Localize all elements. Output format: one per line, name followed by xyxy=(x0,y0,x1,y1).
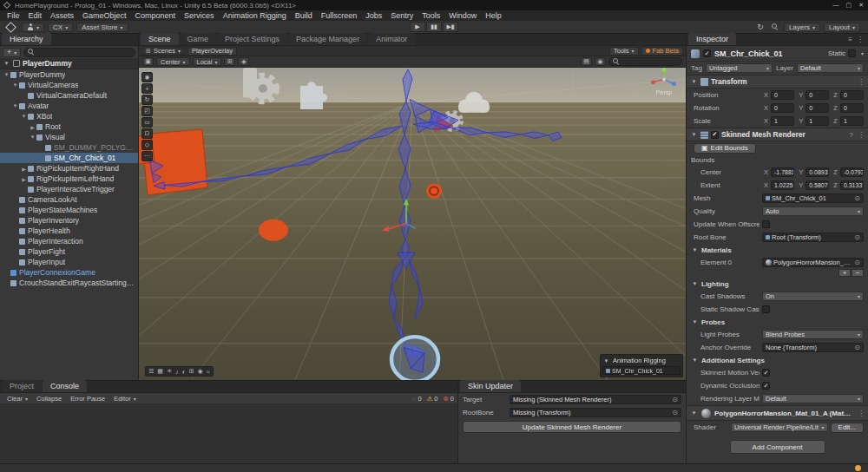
menu-item[interactable]: Animation Rigging xyxy=(219,11,291,20)
y-field[interactable]: 0.0893573 xyxy=(806,167,829,177)
create-object-button[interactable]: +▾ xyxy=(3,48,21,57)
scene-viewport[interactable]: Persp ◉ + ↻ ◰ ▭ ⊡ ◇ ⋯ ☰ ▦ ☀ ♪ ◐ ⊞ ◉ xyxy=(139,68,686,380)
tag-dropdown[interactable]: Untagged▾ xyxy=(706,63,773,73)
materials-foldout[interactable]: ▼Materials xyxy=(687,244,868,256)
hierarchy-item[interactable]: ▶ RigPickupItemLeftHand xyxy=(0,174,138,184)
quality-dropdown[interactable]: Auto▾ xyxy=(762,206,864,216)
hierarchy-item[interactable]: ▼ Avatar xyxy=(0,101,138,111)
x-field[interactable]: 0 xyxy=(771,90,794,100)
list-add-button[interactable]: + xyxy=(838,269,851,277)
y-field[interactable]: 0.5807583 xyxy=(806,180,829,190)
rendering-layer-mask-dropdown[interactable]: Default▾ xyxy=(762,394,864,403)
shader-dropdown[interactable]: Universal Render Pipeline/Lit▾ xyxy=(731,423,828,432)
hierarchy-item[interactable]: CrouchStandExitRaycastStartingPoints xyxy=(0,278,138,288)
version-control-button[interactable]: CX▾ xyxy=(48,23,73,32)
foldout-icon[interactable]: ▶ xyxy=(29,124,36,130)
hierarchy-item[interactable]: PlayerConnexionGame xyxy=(0,267,138,278)
foldout-icon[interactable]: ▼ xyxy=(602,358,610,364)
menu-item[interactable]: Build xyxy=(291,11,317,20)
editor-dropdown[interactable]: Editor▾ xyxy=(110,394,140,403)
audio-toggle-icon[interactable]: ♪ xyxy=(175,369,179,375)
gizmos-toggle-icon[interactable]: ◉ xyxy=(198,368,203,375)
custom-tool-button[interactable]: ◇ xyxy=(141,140,153,150)
component-menu-icon[interactable]: ⋮ xyxy=(858,410,865,417)
tools-dropdown[interactable]: Tools▾ xyxy=(609,47,639,56)
tab-skin-updater[interactable]: Skin Updater xyxy=(460,380,521,392)
hierarchy-item[interactable]: PlayerInteractiveTrigger xyxy=(0,184,138,194)
global-search-icon[interactable] xyxy=(769,23,781,32)
foldout-icon[interactable]: ▶ xyxy=(20,166,28,172)
foldout-icon[interactable]: ▼ xyxy=(29,134,36,140)
inspector-menu-icon[interactable]: ⋮ xyxy=(857,36,864,43)
hierarchy-item[interactable]: VirtualCameraDefault xyxy=(0,90,138,101)
root-bone-object-field[interactable]: Root (Transform) ⊙ xyxy=(762,233,864,242)
undo-history-icon[interactable]: ↻ xyxy=(754,23,766,32)
object-picker-icon[interactable]: ⊙ xyxy=(854,259,860,266)
wireframe-icon[interactable]: ▦ xyxy=(157,368,163,375)
z-field[interactable]: 0 xyxy=(840,103,864,113)
component-enabled-checkbox[interactable] xyxy=(711,131,719,139)
cast-shadows-dropdown[interactable]: On▾ xyxy=(762,292,864,301)
snap-toggle-icon[interactable]: ◈ xyxy=(238,57,249,66)
object-picker-icon[interactable]: ⊙ xyxy=(672,396,678,403)
bottom-tab[interactable]: Project xyxy=(2,380,42,392)
breadcrumb-current[interactable]: PlayerOverlay xyxy=(187,47,237,56)
motion-vectors-checkbox[interactable] xyxy=(762,369,770,377)
editor-tab[interactable]: Animator xyxy=(368,33,415,45)
x-field[interactable]: 1 xyxy=(771,116,794,126)
status-notification-icon[interactable] xyxy=(855,465,861,471)
account-button[interactable]: ▾ xyxy=(22,23,44,32)
fab-beta-button[interactable]: Fab Beta xyxy=(641,47,683,56)
z-field[interactable]: 0.3133758 xyxy=(840,180,864,190)
menu-item[interactable]: Help xyxy=(481,11,506,20)
probes-foldout[interactable]: ▼Probes xyxy=(687,316,868,328)
target-object-field[interactable]: Missing (Skinned Mesh Renderer) ⊙ xyxy=(510,395,681,404)
step-button[interactable]: ▶▮ xyxy=(443,22,458,32)
mesh-object-field[interactable]: SM_Chr_Chick_01 ⊙ xyxy=(762,193,864,203)
static-shadow-caster-checkbox[interactable] xyxy=(762,305,770,313)
update-skinned-mesh-button[interactable]: Update Skinned Mesh Renderer xyxy=(463,421,681,433)
pause-button[interactable]: ▮▮ xyxy=(426,22,442,32)
hierarchy-item[interactable]: ▼ PlayerDummy xyxy=(0,69,138,80)
hierarchy-item[interactable]: SM_DUMMY_POLYGON_01 xyxy=(0,142,138,153)
view-options-icon[interactable]: ◉ xyxy=(595,57,606,66)
hierarchy-item[interactable]: PlayerInput xyxy=(0,257,138,267)
hierarchy-item[interactable]: CameraLookAt xyxy=(0,194,138,205)
menu-item[interactable]: Assets xyxy=(46,11,78,20)
menu-item[interactable]: Tools xyxy=(418,11,444,20)
pivot-dropdown[interactable]: Center▾ xyxy=(156,57,190,66)
static-checkbox[interactable] xyxy=(848,49,856,57)
hierarchy-item[interactable]: PlayerStateMachines xyxy=(0,205,138,215)
x-field[interactable]: 1.022585 xyxy=(771,180,794,190)
orientation-dropdown[interactable]: Local▾ xyxy=(193,57,222,66)
foldout-icon[interactable]: ▼ xyxy=(20,114,28,119)
menu-item[interactable]: Services xyxy=(180,11,219,20)
list-remove-button[interactable]: − xyxy=(852,269,864,277)
hierarchy-item[interactable]: PlayerInventory xyxy=(0,215,138,226)
rect-tool-button[interactable]: ▭ xyxy=(141,117,153,128)
warning-count[interactable]: ⚠0 xyxy=(427,395,438,403)
clear-button[interactable]: Clear▾ xyxy=(3,394,31,403)
layout-dropdown[interactable]: Layout▾ xyxy=(824,23,860,32)
gameobject-name[interactable]: SM_Chr_Chick_01 xyxy=(714,49,825,58)
foldout-icon[interactable]: ▼ xyxy=(11,103,19,108)
foldout-icon[interactable]: ▶ xyxy=(20,176,28,182)
layer-dropdown[interactable]: Default▾ xyxy=(797,63,864,73)
menu-item[interactable]: Window xyxy=(444,11,481,20)
layers-dropdown[interactable]: Layers▾ xyxy=(784,23,820,32)
dynamic-occlusion-checkbox[interactable] xyxy=(762,382,770,390)
hierarchy-item[interactable]: ▼ XBot xyxy=(0,111,138,121)
component-menu-icon[interactable]: ⋮ xyxy=(858,78,865,86)
y-field[interactable]: 0 xyxy=(806,90,829,100)
component-menu-icon[interactable]: ⋮ xyxy=(858,131,865,139)
scene-search-input[interactable] xyxy=(608,57,682,66)
skinned-mesh-renderer-header[interactable]: ▼ Skinned Mesh Renderer ?⋮ xyxy=(687,128,868,141)
additional-settings-foldout[interactable]: ▼Additional Settings xyxy=(687,354,868,366)
lighting-toggle-icon[interactable]: ☀ xyxy=(167,368,172,375)
scale-tool-button[interactable]: ◰ xyxy=(141,106,153,116)
transform-header[interactable]: ▼ Transform ⋮ xyxy=(687,75,868,88)
hierarchy-item[interactable]: PlayerInteraction xyxy=(0,236,138,246)
help-icon[interactable]: ? xyxy=(850,131,853,139)
editor-tab[interactable]: Project Settings xyxy=(217,33,287,45)
hierarchy-item[interactable]: ▼ Visual xyxy=(0,132,138,142)
